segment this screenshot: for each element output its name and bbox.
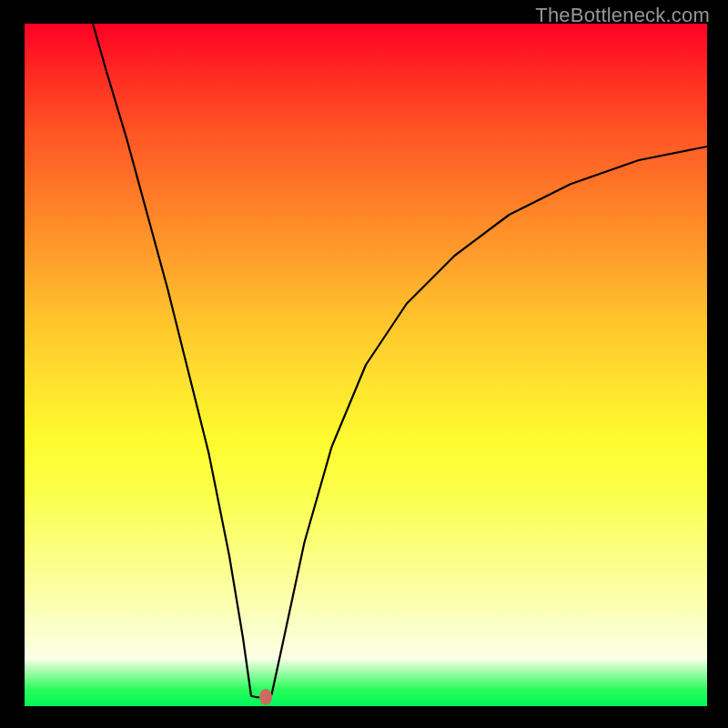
chart-frame: TheBottleneck.com (0, 0, 728, 728)
curve-minimum-marker (259, 689, 272, 705)
bottleneck-curve (25, 24, 707, 706)
plot-area (25, 24, 707, 706)
